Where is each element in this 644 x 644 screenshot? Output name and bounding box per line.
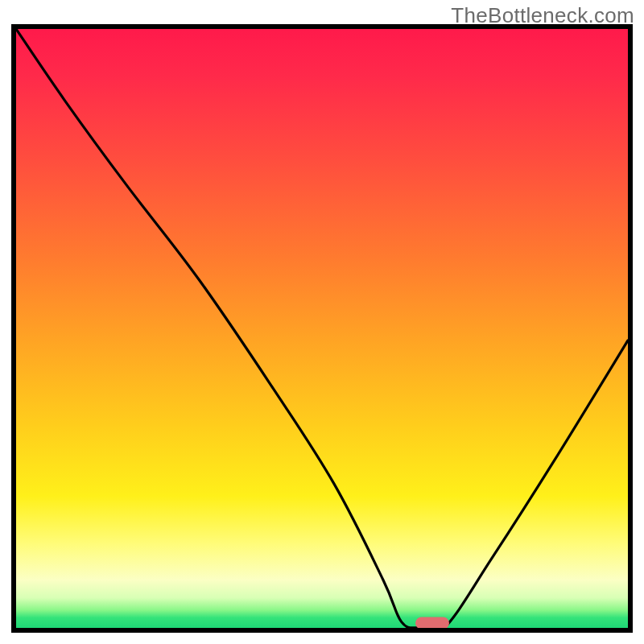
- bottleneck-curve: [16, 29, 628, 628]
- curve-svg: [16, 29, 628, 628]
- chart-stage: TheBottleneck.com: [0, 0, 644, 644]
- plot-area: [11, 24, 633, 633]
- optimal-marker: [415, 617, 449, 630]
